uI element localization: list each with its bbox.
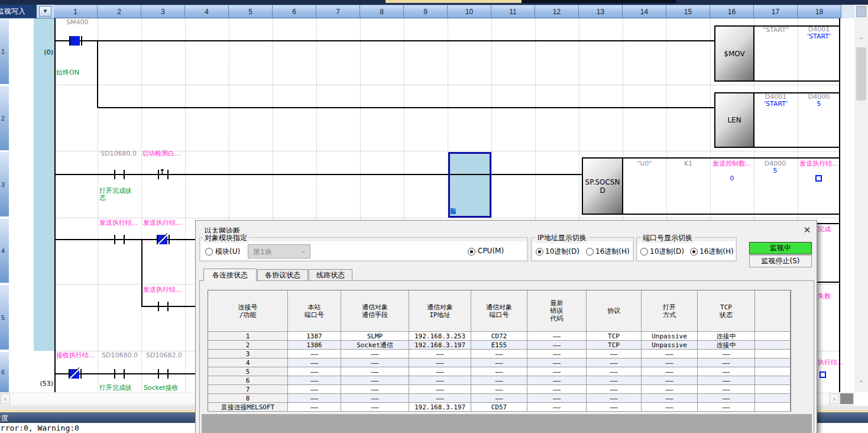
rung-separator [56, 218, 840, 218]
table-cell: —— [698, 376, 755, 385]
rung-number-2[interactable]: 2 [0, 86, 9, 150]
contact-recv-pulse[interactable] [80, 369, 82, 379]
comment-label: 发送执行结... [143, 286, 182, 293]
scroll-right-button[interactable]: › [830, 393, 839, 404]
status-text: Error:0, Warning:0 [0, 424, 79, 432]
table-cell [755, 394, 791, 403]
table-cell: —— [527, 367, 587, 376]
monitor-mode-label-cell: 监视写入 [0, 5, 37, 18]
table-cell: —— [527, 376, 587, 385]
port-display-group-label: 端口号显示切换 [641, 233, 694, 243]
contact-sd10680[interactable] [124, 170, 125, 179]
tab-line-status[interactable]: 线路状态 [309, 269, 352, 281]
table-cell: —— [409, 358, 471, 367]
rising-edge-arrow-icon: ↑ [159, 169, 166, 176]
table-cell: —— [288, 394, 341, 403]
column-dropdown-button[interactable]: ▼ [39, 6, 51, 17]
table-header: 通信对象 端口号 [471, 290, 527, 332]
rung-number-4[interactable]: 4 [0, 219, 9, 283]
rung-number-3[interactable]: 3 [0, 152, 9, 217]
dialog-close-button[interactable]: ✕ [799, 223, 815, 237]
rung-number-6[interactable]: 6 [0, 352, 9, 392]
rung-number-1[interactable]: 1 [0, 19, 9, 84]
table-cell: —— [587, 394, 642, 403]
module-select-dropdown[interactable]: 第1块 ⌄ [248, 244, 310, 258]
tab-connection-status[interactable]: 各连接状态 [203, 269, 257, 281]
cpu-radio-label[interactable]: CPU(M) [478, 247, 504, 255]
operand-value: 0 [730, 175, 734, 182]
top-tab-dark [522, 0, 676, 3]
grid-line [141, 18, 142, 392]
scroll-up-button[interactable]: ˄ [856, 35, 866, 46]
ip-decimal-radio[interactable] [536, 248, 543, 256]
selection-cursor-marker [451, 208, 456, 214]
table-cell: —— [698, 358, 755, 367]
device-label: SD10680.0 [101, 150, 137, 157]
contact-sd10682[interactable] [158, 369, 159, 379]
table-cell: 192.168.3.253 [409, 332, 471, 341]
progress-panel-title: 进度 [0, 413, 8, 423]
contact-recv-pulse-on[interactable] [70, 369, 79, 379]
operand-comment: 'START' [764, 101, 788, 108]
col-header-12: 12 [535, 5, 579, 18]
port-hex-radio[interactable] [690, 248, 698, 256]
vscroll-thumb[interactable] [856, 47, 866, 101]
table-cell: —— [471, 376, 527, 385]
scroll-left-button[interactable]: ‹ [1, 393, 10, 404]
contact-falling-pulse-on[interactable] [158, 235, 167, 244]
scroll-down-button[interactable]: ˅ [856, 379, 866, 389]
module-radio[interactable] [205, 248, 213, 256]
contact-sm400-on[interactable] [70, 36, 80, 46]
comment-label: 接收执行结... [56, 352, 95, 359]
table-cell: TCP [587, 341, 642, 350]
ip-hex-radio[interactable] [586, 248, 594, 256]
table-cell: —— [642, 403, 698, 412]
contact-sd10680-b[interactable] [124, 369, 125, 379]
contact-rising-edge[interactable] [167, 170, 169, 179]
table-cell: —— [587, 358, 642, 367]
table-cell: —— [341, 403, 409, 412]
table-cell: —— [409, 394, 471, 403]
port-decimal-radio[interactable] [640, 248, 648, 256]
mov-mnemonic: $MOV [715, 27, 754, 80]
table-cell: —— [587, 376, 642, 385]
rung-number-5[interactable]: 5 [0, 285, 9, 350]
contact-sm400[interactable] [81, 36, 82, 46]
ethernet-diagnostics-dialog: 以太网诊断 ✕ 对象模块指定 模块(U) 第1块 ⌄ CPU(M) IP地址显示… [195, 220, 817, 433]
stop-monitor-button[interactable]: 监视停止(S) [749, 255, 812, 267]
cpu-radio[interactable] [468, 248, 475, 256]
combo-arrow-icon: ⌄ [300, 246, 306, 254]
grid-line [185, 18, 186, 392]
contact-sd10682[interactable] [167, 369, 169, 379]
table-cell: —— [341, 385, 409, 394]
contact-send-exec2[interactable] [158, 302, 159, 311]
table-cell: —— [471, 367, 527, 376]
module-radio-label[interactable]: 模块(U) [215, 247, 240, 257]
tab-protocol-status[interactable]: 各协议状态 [257, 269, 308, 281]
contact-send-exec2[interactable] [167, 302, 169, 311]
comment-label: 执行结... [818, 359, 844, 366]
ip-decimal-label[interactable]: 10进制(D) [545, 247, 579, 257]
contact-send-exec[interactable] [114, 235, 115, 244]
table-cell: —— [642, 367, 698, 376]
port-hex-label[interactable]: 16进制(H) [699, 247, 734, 257]
monitoring-status-button[interactable]: 监视中 [749, 242, 812, 254]
hscroll-thumb[interactable] [840, 393, 853, 404]
contact-sd10680[interactable] [114, 170, 115, 179]
col-header-6: 6 [273, 5, 316, 18]
contact-falling-pulse[interactable] [169, 235, 170, 244]
contact-send-exec[interactable] [124, 235, 125, 244]
vertical-scrollbar[interactable]: ˄ ˅ [854, 5, 868, 392]
table-cell: 1387 [288, 332, 341, 341]
table-cell: —— [527, 403, 587, 412]
table-cell: —— [471, 350, 527, 358]
table-cell: —— [587, 403, 642, 412]
splitter-box[interactable] [856, 6, 866, 17]
table-cell: —— [642, 376, 698, 385]
port-decimal-label[interactable]: 10进制(D) [650, 247, 684, 257]
table-cell: —— [409, 367, 471, 376]
table-cell [755, 341, 791, 350]
contact-sd10680-b[interactable] [114, 369, 115, 379]
ip-hex-label[interactable]: 16进制(H) [595, 247, 630, 257]
step-number: (0) [34, 49, 53, 56]
